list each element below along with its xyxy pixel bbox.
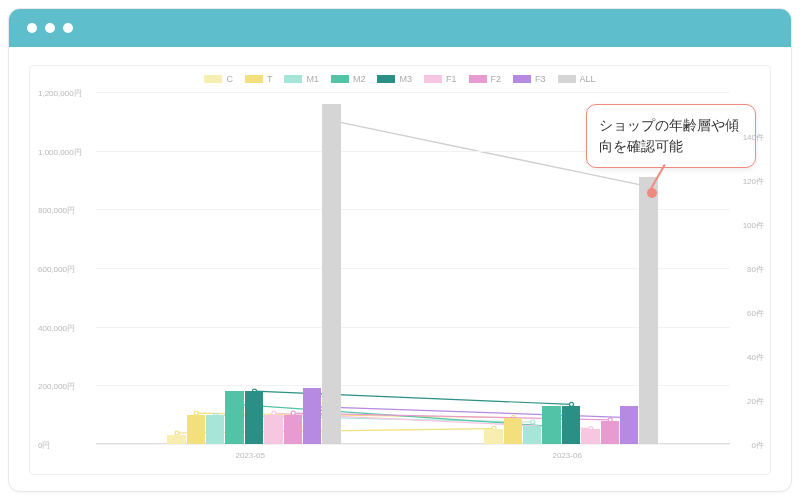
- x-tick-label: 2023-05: [236, 451, 265, 460]
- y-left-tick-label: 1,000,000円: [38, 147, 82, 158]
- legend-swatch-icon: [424, 75, 442, 83]
- legend-swatch-icon: [284, 75, 302, 83]
- legend-swatch-icon: [204, 75, 222, 83]
- y-left-tick-label: 800,000円: [38, 205, 75, 216]
- legend-item[interactable]: C: [204, 74, 233, 84]
- bar-F3[interactable]: [303, 388, 321, 444]
- window-titlebar: [9, 9, 791, 47]
- legend-label: ALL: [580, 74, 596, 84]
- gridline: [96, 209, 730, 210]
- gridline: [96, 92, 730, 93]
- legend-label: M1: [306, 74, 319, 84]
- line-F3[interactable]: [313, 407, 630, 418]
- y-right-tick-label: 40件: [747, 352, 764, 363]
- legend-label: F2: [491, 74, 502, 84]
- bar-F3[interactable]: [620, 406, 638, 444]
- bar-M1[interactable]: [523, 426, 541, 444]
- legend-item[interactable]: ALL: [558, 74, 596, 84]
- bar-ALL[interactable]: [322, 104, 340, 444]
- annotation-dot-icon: [647, 188, 657, 198]
- legend-item[interactable]: F3: [513, 74, 546, 84]
- content-area: CTM1M2M3F1F2F3ALL ショップの年齢層や傾向を確認可能 0円200…: [9, 47, 791, 491]
- bar-F1[interactable]: [264, 415, 282, 444]
- bar-M1[interactable]: [206, 415, 224, 444]
- legend-label: F1: [446, 74, 457, 84]
- legend-item[interactable]: M2: [331, 74, 366, 84]
- legend-item[interactable]: T: [245, 74, 273, 84]
- legend-label: M2: [353, 74, 366, 84]
- gridline: [96, 385, 730, 386]
- bar-C[interactable]: [167, 435, 185, 444]
- bar-M3[interactable]: [562, 406, 580, 444]
- legend-swatch-icon: [331, 75, 349, 83]
- bar-T[interactable]: [187, 415, 205, 444]
- legend-item[interactable]: M1: [284, 74, 319, 84]
- legend-swatch-icon: [558, 75, 576, 83]
- annotation-callout: ショップの年齢層や傾向を確認可能: [586, 104, 756, 168]
- legend-swatch-icon: [245, 75, 263, 83]
- y-left-tick-label: 400,000円: [38, 323, 75, 334]
- bar-M2[interactable]: [225, 391, 243, 444]
- gridline: [96, 444, 730, 445]
- y-left-tick-label: 600,000円: [38, 264, 75, 275]
- bar-C[interactable]: [484, 429, 502, 444]
- y-right-tick-label: 60件: [747, 308, 764, 319]
- y-right-tick-label: 20件: [747, 396, 764, 407]
- y-right-tick-label: 0件: [752, 440, 764, 451]
- legend-item[interactable]: F2: [469, 74, 502, 84]
- bar-M2[interactable]: [542, 406, 560, 444]
- y-right-tick-label: 140件: [743, 132, 764, 143]
- legend-swatch-icon: [513, 75, 531, 83]
- chart-legend: CTM1M2M3F1F2F3ALL: [30, 74, 770, 84]
- annotation-text: ショップの年齢層や傾向を確認可能: [599, 117, 739, 154]
- legend-label: T: [267, 74, 273, 84]
- y-right-tick-label: 80件: [747, 264, 764, 275]
- bar-F1[interactable]: [581, 429, 599, 444]
- chart-card: CTM1M2M3F1F2F3ALL ショップの年齢層や傾向を確認可能 0円200…: [29, 65, 771, 475]
- bar-F2[interactable]: [601, 421, 619, 444]
- bar-M3[interactable]: [245, 391, 263, 444]
- bar-ALL[interactable]: [639, 177, 657, 444]
- x-tick-label: 2023-06: [553, 451, 582, 460]
- legend-label: F3: [535, 74, 546, 84]
- y-left-tick-label: 1,200,000円: [38, 88, 82, 99]
- legend-item[interactable]: M3: [377, 74, 412, 84]
- bar-F2[interactable]: [284, 415, 302, 444]
- line-point-M1[interactable]: [531, 420, 535, 424]
- legend-label: M3: [399, 74, 412, 84]
- browser-frame: CTM1M2M3F1F2F3ALL ショップの年齢層や傾向を確認可能 0円200…: [8, 8, 792, 492]
- legend-label: C: [226, 74, 233, 84]
- window-dot-icon: [63, 23, 73, 33]
- y-right-tick-label: 100件: [743, 220, 764, 231]
- y-left-tick-label: 0円: [38, 440, 50, 451]
- legend-swatch-icon: [469, 75, 487, 83]
- legend-item[interactable]: F1: [424, 74, 457, 84]
- window-dot-icon: [27, 23, 37, 33]
- legend-swatch-icon: [377, 75, 395, 83]
- window-dot-icon: [45, 23, 55, 33]
- y-left-tick-label: 200,000円: [38, 381, 75, 392]
- y-right-tick-label: 120件: [743, 176, 764, 187]
- gridline: [96, 327, 730, 328]
- bar-T[interactable]: [504, 418, 522, 444]
- gridline: [96, 268, 730, 269]
